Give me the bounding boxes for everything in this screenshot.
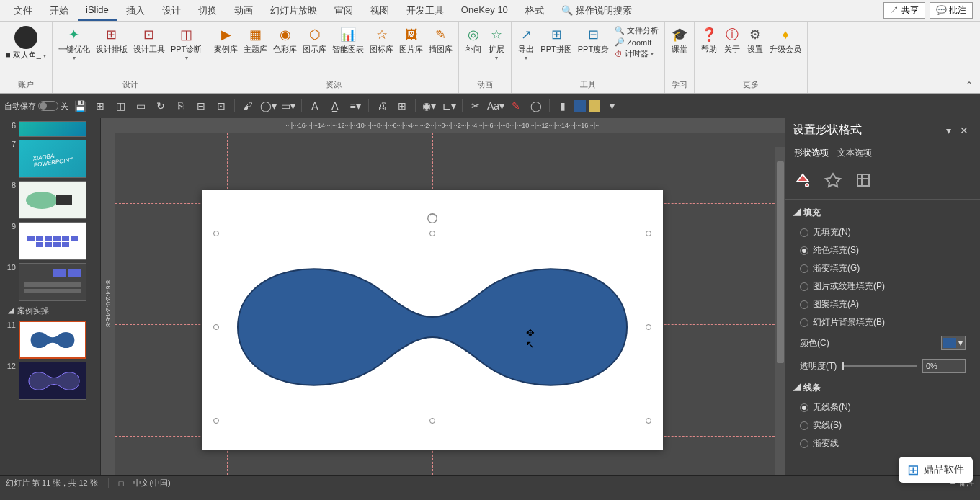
btn-export[interactable]: ↗导出▾ xyxy=(516,24,536,63)
tab-animation[interactable]: 动画 xyxy=(226,1,261,21)
pane-close-icon[interactable]: ✕ xyxy=(956,123,973,138)
btn-classroom[interactable]: 🎓课堂 xyxy=(669,24,690,55)
btn-case-lib[interactable]: ▶案例库 xyxy=(213,24,239,55)
sel-handle[interactable] xyxy=(213,324,219,330)
btn-image-lib[interactable]: 🖼图片库 xyxy=(398,24,424,55)
btn-file-analyze[interactable]: 🔍文件分析 xyxy=(613,24,660,37)
opacity-slider[interactable] xyxy=(842,365,917,367)
btn-design-tools[interactable]: ⊡设计工具 xyxy=(132,24,166,55)
section-header[interactable]: ◢ 案例实操 xyxy=(1,303,99,319)
line-section[interactable]: ◢ 线条 xyxy=(785,378,980,398)
qat-btn[interactable]: ⊡ xyxy=(213,97,230,115)
tab-insert[interactable]: 插入 xyxy=(118,1,153,21)
slide-thumb[interactable] xyxy=(19,121,86,137)
tab-home[interactable]: 开始 xyxy=(42,1,76,21)
qat-btn[interactable]: ⎘ xyxy=(172,97,190,115)
line-gradient[interactable]: 渐变线 xyxy=(785,434,980,452)
fill-none[interactable]: 无填充(N) xyxy=(785,223,980,241)
tell-me[interactable]: 🔍 操作说明搜索 xyxy=(553,1,640,21)
qat-btn[interactable]: A xyxy=(306,97,324,115)
sel-handle[interactable] xyxy=(646,231,651,236)
eyedropper-icon[interactable]: ✎ xyxy=(507,97,525,115)
shape-selected[interactable] xyxy=(216,233,649,421)
slide-thumb[interactable] xyxy=(19,362,86,400)
btn-ppt-collage[interactable]: ⊞PPT拼图 xyxy=(539,24,573,55)
language[interactable]: 中文(中国) xyxy=(133,478,170,488)
account-avatar[interactable]: ■ 双人鱼_ ▾ xyxy=(4,24,48,61)
qat-btn[interactable]: ⊞ xyxy=(393,97,411,115)
qat-btn[interactable]: ≡▾ xyxy=(347,97,364,115)
btn-icon-lib[interactable]: ☆图标库 xyxy=(368,24,395,55)
fill-section[interactable]: ◢ 填充 xyxy=(785,202,980,223)
slide-thumb[interactable]: XIAOBAIPOWERPOINT xyxy=(19,140,86,178)
tab-text-options[interactable]: 文本选项 xyxy=(836,145,873,161)
slide-thumb[interactable] xyxy=(19,222,86,260)
btn-color-lib[interactable]: ◉色彩库 xyxy=(272,24,298,55)
spell-icon[interactable]: □ xyxy=(119,479,124,488)
slide-thumb[interactable] xyxy=(19,181,86,219)
qat-btn[interactable]: ▭ xyxy=(132,97,149,115)
fill-picture[interactable]: 图片或纹理填充(P) xyxy=(785,277,980,295)
tab-file[interactable]: 文件 xyxy=(6,1,40,21)
btn-about[interactable]: ⓘ关于 xyxy=(722,24,742,55)
fill-slide-bg[interactable]: 幻灯片背景填充(B) xyxy=(785,313,980,331)
fill-pattern[interactable]: 图案填充(A) xyxy=(785,295,980,313)
opacity-input[interactable] xyxy=(922,359,966,373)
slide-panel[interactable]: 6 7XIAOBAIPOWERPOINT 8 9 10 ◢ 案例实操 11 12 xyxy=(0,118,101,475)
qat-btn[interactable]: ◯ xyxy=(527,97,545,115)
tab-view[interactable]: 视图 xyxy=(362,1,397,21)
tab-format[interactable]: 格式 xyxy=(517,1,552,21)
btn-zoomit[interactable]: 🔎ZoomIt xyxy=(613,37,660,48)
tab-transition[interactable]: 切换 xyxy=(190,1,225,21)
btn-tween[interactable]: ◎补间 xyxy=(463,24,484,55)
btn-upgrade[interactable]: ♦升级会员 xyxy=(768,24,803,55)
fill-solid[interactable]: 纯色填充(S) xyxy=(785,241,980,259)
sel-handle[interactable] xyxy=(213,418,219,424)
btn-extend[interactable]: ☆扩展▾ xyxy=(486,24,507,63)
fill-gradient[interactable]: 渐变填充(G) xyxy=(785,259,980,277)
qat-color[interactable] xyxy=(589,100,600,112)
color-picker[interactable]: ▾ xyxy=(941,336,966,350)
tab-shape-options[interactable]: 形状选项 xyxy=(793,145,830,161)
btn-diagram-lib[interactable]: ⬡图示库 xyxy=(301,24,328,55)
qat-btn[interactable]: ▾ xyxy=(603,97,620,115)
effects-icon[interactable] xyxy=(823,170,843,190)
pane-menu[interactable]: ▾ xyxy=(942,123,956,138)
scrollbar-vertical[interactable] xyxy=(775,147,785,475)
comment-button[interactable]: 💬 批注 xyxy=(930,2,973,19)
qat-btn[interactable]: ⊞ xyxy=(92,97,109,115)
btn-layout[interactable]: ⊞设计排版 xyxy=(94,24,129,55)
qat-btn[interactable]: ▭▾ xyxy=(280,97,297,115)
qat-btn[interactable]: 🖌 xyxy=(239,97,257,115)
btn-ppt-diag[interactable]: ◫PPT诊断▾ xyxy=(169,24,203,63)
line-none[interactable]: 无线条(N) xyxy=(785,398,980,416)
sel-handle[interactable] xyxy=(646,324,651,330)
qat-btn[interactable]: ⊟ xyxy=(192,97,210,115)
sel-handle[interactable] xyxy=(213,231,219,236)
sel-handle[interactable] xyxy=(429,231,435,236)
qat-btn[interactable]: ◯▾ xyxy=(259,97,277,115)
qat-btn[interactable]: 🖨 xyxy=(373,97,391,115)
btn-settings[interactable]: ⚙设置 xyxy=(745,24,765,55)
btn-optimize[interactable]: ✦一键优化▾ xyxy=(57,24,92,63)
size-props-icon[interactable] xyxy=(853,170,873,190)
btn-illust-lib[interactable]: ✎插图库 xyxy=(427,24,454,55)
tab-onekey[interactable]: OneKey 10 xyxy=(453,1,516,21)
qat-btn[interactable]: ⊏▾ xyxy=(440,97,458,115)
tab-review[interactable]: 审阅 xyxy=(326,1,361,21)
btn-smart-chart[interactable]: 📊智能图表 xyxy=(331,24,365,55)
slide-thumb[interactable] xyxy=(19,263,86,301)
btn-theme-lib[interactable]: ▦主题库 xyxy=(242,24,269,55)
fill-line-icon[interactable] xyxy=(793,170,813,190)
rotate-handle[interactable] xyxy=(426,212,439,225)
sel-handle[interactable] xyxy=(429,418,435,424)
qat-btn[interactable]: Aa▾ xyxy=(487,97,504,115)
qat-btn[interactable]: ◫ xyxy=(112,97,129,115)
qat-btn[interactable]: ↻ xyxy=(152,97,169,115)
btn-timer[interactable]: ⏱计时器 ▾ xyxy=(613,48,660,60)
autosave-toggle[interactable]: 自动保存 关 xyxy=(4,101,68,112)
qat-btn[interactable]: ◉▾ xyxy=(420,97,437,115)
share-button[interactable]: ↗ 共享 xyxy=(883,2,925,19)
tab-slideshow[interactable]: 幻灯片放映 xyxy=(262,1,325,21)
btn-ppt-compress[interactable]: ⊟PPT瘦身 xyxy=(576,24,610,55)
